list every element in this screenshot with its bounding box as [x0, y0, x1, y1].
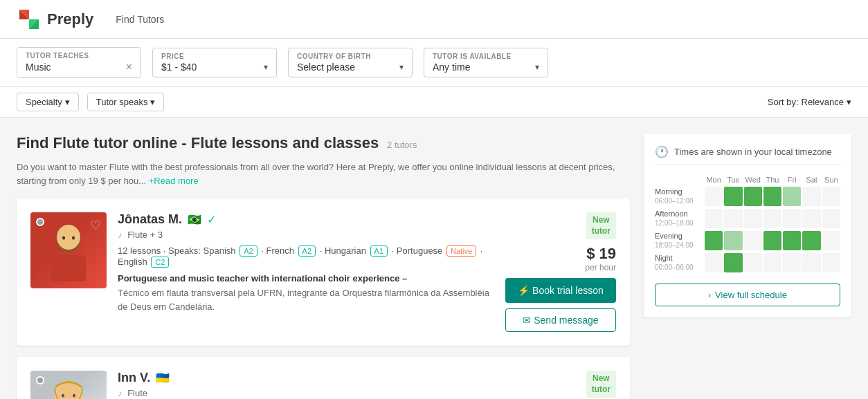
tutor-name: Inn V.	[118, 371, 150, 385]
per-hour-label: per hour	[585, 263, 616, 272]
slot	[783, 253, 801, 272]
lang-portuguese: Portuguese	[397, 245, 445, 256]
slot	[744, 253, 762, 272]
available-value: Any time ▾	[433, 62, 539, 73]
slot	[705, 209, 723, 228]
tutor-subject: ♪ Flute	[118, 388, 494, 398]
favorite-button[interactable]: ♡	[90, 218, 101, 233]
slot	[724, 187, 742, 206]
tutor-name: Jônatas M.	[118, 212, 182, 227]
slot	[802, 187, 820, 206]
sort-by-label: Sort by:	[768, 97, 799, 107]
filter-tutor-teaches[interactable]: TUTOR TEACHES Music ×	[17, 47, 141, 78]
country-arrow-icon: ▾	[399, 62, 404, 72]
view-full-schedule-button[interactable]: › View full schedule	[655, 284, 840, 306]
schedule-grid: Mon Tue Wed Thu Fri Sat Sun Morning 06:0…	[655, 176, 840, 272]
sort-chevron-icon: ▾	[847, 97, 851, 107]
lang-french: French	[266, 245, 297, 256]
secondary-left: Specialty ▾ Tutor speaks ▾	[17, 93, 164, 111]
lang-badge-a2-french: A2	[298, 245, 316, 257]
tutor-count-badge: 2 tutors	[387, 140, 417, 150]
available-arrow-icon: ▾	[535, 62, 539, 72]
tutor-speaks-chevron-icon: ▾	[150, 97, 155, 107]
filter-country[interactable]: COUNTRY OF BIRTH Select please ▾	[288, 48, 413, 77]
sort-by-btn[interactable]: Sort by: Relevance ▾	[768, 97, 851, 107]
favorite-button[interactable]: ♡	[90, 376, 101, 391]
secondary-filters: Specialty ▾ Tutor speaks ▾ Sort by: Rele…	[0, 87, 868, 118]
timezone-note: Times are shown in your local timezone	[674, 147, 832, 157]
svg-point-7	[62, 236, 65, 240]
tutor-teaches-label: TUTOR TEACHES	[26, 52, 132, 59]
svg-point-13	[73, 394, 75, 398]
day-fri: Fri	[783, 176, 801, 184]
morning-row: Morning 06:00–12:00	[655, 187, 840, 206]
schedule-panel: 🕐 Times are shown in your local timezone…	[644, 134, 851, 317]
tutor-card: ♡ Inn V. 🇺🇦 ♪ Flute Speaks: Russian B2 ·…	[17, 357, 630, 399]
read-more-link[interactable]: +Read more	[149, 176, 199, 186]
avatar-silhouette	[44, 219, 93, 281]
new-tutor-badge: Newtutor	[586, 371, 616, 398]
new-tutor-badge: Newtutor	[586, 212, 616, 239]
slot	[802, 231, 820, 250]
day-wed: Wed	[744, 176, 762, 184]
day-thu: Thu	[763, 176, 781, 184]
lang-spanish: Spanish	[204, 245, 239, 256]
header: Preply Find Tutors	[0, 0, 868, 39]
tutor-actions: Newtutor $ 19 per hour ⚡ Book trial less…	[505, 212, 616, 332]
lang-badge-native: Native	[446, 245, 476, 257]
slot	[744, 209, 762, 228]
slot	[744, 187, 762, 206]
page-title: Find Flute tutor online - Flute lessons …	[17, 134, 379, 151]
tutor-bio: Técnico em flauta transversal pela UFRN,…	[118, 286, 494, 313]
afternoon-label: Afternoon 12:00–18:00	[655, 209, 703, 228]
lessons-row: 12 lessons · Speaks: Spanish A2 · French…	[118, 245, 494, 268]
slot	[763, 231, 781, 250]
avatar-silhouette-2	[44, 378, 93, 399]
music-icon: ♪	[118, 388, 123, 398]
slot	[724, 253, 742, 272]
morning-label: Morning 06:00–12:00	[655, 187, 703, 205]
slot	[783, 209, 801, 228]
clock-icon: 🕐	[655, 145, 669, 158]
tutor-bio-title: Portuguese and music teacher with intern…	[118, 273, 494, 284]
sort-by-value: Relevance	[802, 97, 844, 107]
logo[interactable]: Preply	[17, 7, 93, 32]
schedule-header: 🕐 Times are shown in your local timezone	[655, 145, 840, 165]
main-content: Find Flute tutor online - Flute lessons …	[0, 118, 868, 399]
slot	[802, 209, 820, 228]
tutor-flag: 🇧🇷	[188, 213, 201, 226]
svg-point-12	[62, 394, 64, 398]
slot	[724, 231, 742, 250]
subject-tag: Flute	[127, 388, 147, 398]
filter-price[interactable]: PRICE $1 - $40 ▾	[152, 48, 277, 77]
country-label: COUNTRY OF BIRTH	[297, 53, 404, 60]
slot	[783, 231, 801, 250]
lesson-count: 12 lessons	[118, 245, 161, 256]
day-mon: Mon	[705, 176, 723, 184]
nav-find-tutors[interactable]: Find Tutors	[116, 14, 164, 25]
filter-available[interactable]: TUTOR IS AVAILABLE Any time ▾	[424, 48, 548, 77]
slot	[783, 187, 801, 206]
tutor-info: Jônatas M. 🇧🇷 ✓ ♪ Flute + 3 12 lessons ·…	[118, 212, 494, 332]
chevron-right-icon: ›	[708, 290, 711, 300]
slot	[822, 231, 840, 250]
slot	[705, 253, 723, 272]
night-label: Night 00:00–06:00	[655, 253, 703, 272]
afternoon-row: Afternoon 12:00–18:00	[655, 209, 840, 228]
specialty-chevron-icon: ▾	[65, 97, 70, 107]
evening-label: Evening 18:00–24:00	[655, 231, 703, 250]
lang-badge-c2: C2	[151, 257, 169, 268]
specialty-filter-btn[interactable]: Specialty ▾	[17, 93, 79, 111]
tutor-avatar: ♡	[30, 371, 107, 399]
slot	[763, 187, 781, 206]
send-message-button[interactable]: ✉ Send message	[505, 308, 616, 332]
tutor-teaches-value: Music ×	[26, 61, 132, 73]
slot	[822, 187, 840, 206]
tutor-teaches-clear[interactable]: ×	[126, 61, 132, 73]
book-trial-button[interactable]: ⚡ Book trial lesson	[505, 278, 616, 303]
evening-row: Evening 18:00–24:00	[655, 231, 840, 250]
price-value: $1 - $40 ▾	[161, 62, 268, 73]
tutor-name-row: Jônatas M. 🇧🇷 ✓	[118, 212, 494, 227]
tutors-section: Find Flute tutor online - Flute lessons …	[17, 134, 630, 399]
tutor-speaks-filter-btn[interactable]: Tutor speaks ▾	[87, 93, 165, 111]
